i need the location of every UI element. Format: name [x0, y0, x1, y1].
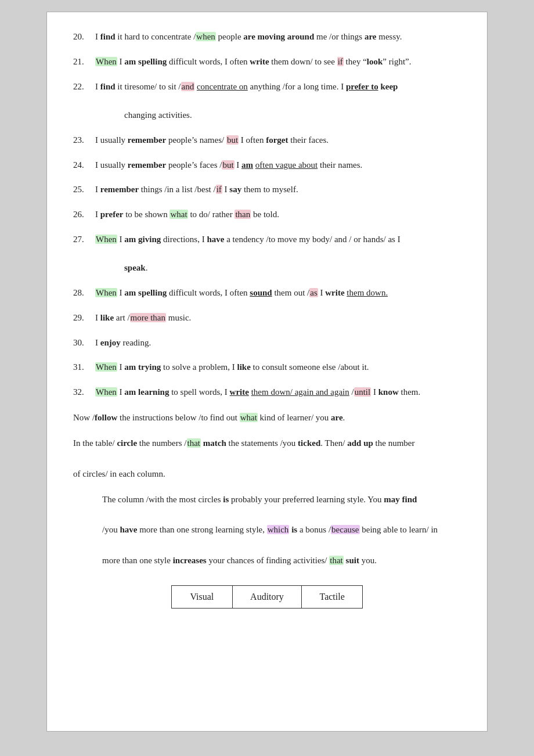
bold-giving-27: am giving — [124, 235, 161, 244]
item-23: 23. I usually remember people’s names/ b… — [73, 133, 461, 147]
bold-find-20: find — [100, 32, 116, 41]
bold-circle: circle — [117, 438, 137, 448]
bold-like-31: like — [237, 362, 250, 372]
bold-underline-write-32: write — [230, 387, 249, 397]
bold-say-25: say — [229, 185, 241, 194]
bold-keep-22: keep — [380, 82, 398, 91]
bold-write-28: write — [325, 288, 344, 297]
bold-is-para3: is — [223, 495, 229, 504]
item-27: 27. When I am giving directions, I have … — [73, 232, 461, 275]
highlight-morethan-29: more than — [130, 313, 166, 322]
bold-spelling-21: am spelling — [124, 57, 167, 66]
highlight-if-25: if — [216, 185, 222, 194]
bold-enjoy-30: enjoy — [100, 338, 121, 347]
paragraph-3: The column /with the most circles is pro… — [73, 492, 461, 568]
item-number-23: 23. — [73, 133, 95, 147]
bold-follow: follow — [95, 413, 117, 422]
bold-increases: increases — [173, 556, 207, 565]
item-number-25: 25. — [73, 182, 95, 197]
item-28: 28. When I am spelling difficult words, … — [73, 286, 461, 300]
bold-suit: suit — [346, 556, 359, 565]
item-22: 22. I find it tiresome/ to sit /and conc… — [73, 80, 461, 123]
item-text-23: I usually remember people’s names/ but I… — [95, 133, 461, 147]
highlight-when-27: When — [95, 235, 117, 244]
highlight-when-31: When — [95, 362, 117, 372]
highlight-that-para3: that — [329, 556, 344, 565]
item-26: 26. I prefer to be shown what to do/ rat… — [73, 207, 461, 222]
highlight-that-para2: that — [187, 438, 201, 448]
item-number-31: 31. — [73, 360, 95, 375]
item-text-27: When I am giving directions, I have a te… — [95, 232, 461, 275]
bold-spelling-28: am spelling — [124, 288, 167, 297]
item-number-29: 29. — [73, 311, 95, 325]
item-25: 25. I remember things /in a list /best /… — [73, 182, 461, 197]
highlight-but-24: but — [222, 160, 234, 170]
highlight-when-28: When — [95, 288, 117, 297]
indent-text-22: changing activities. — [95, 108, 461, 123]
bold-trying-31: am trying — [124, 362, 161, 372]
bold-underline-sound-28: sound — [250, 288, 272, 297]
highlight-because: because — [331, 525, 359, 534]
highlight-but-23: but — [226, 135, 239, 145]
highlight-if-21: if — [337, 57, 344, 66]
item-number-30: 30. — [73, 336, 95, 350]
bold-prefer-26: prefer — [100, 210, 124, 219]
paragraph-2: In the table/ circle the numbers /that m… — [73, 435, 461, 481]
bold-are-para: are — [331, 413, 343, 422]
item-21: 21. When I am spelling difficult words, … — [73, 55, 461, 69]
table-cell-auditory: Auditory — [232, 586, 302, 609]
item-32: 32. When I am learning to spell words, I… — [73, 385, 461, 399]
item-text-25: I remember things /in a list /best /if I… — [95, 182, 461, 197]
underline-concentrate-22: concentrate on — [197, 82, 248, 91]
highlight-when-21: When — [95, 57, 117, 66]
page: 20. I find it hard to concentrate /when … — [46, 12, 488, 732]
bold-ticked: ticked — [298, 438, 320, 448]
bold-have-para3: have — [120, 525, 137, 534]
bold-forget-23: forget — [266, 135, 288, 145]
item-29: 29. I like art /more than music. — [73, 311, 461, 325]
bold-learning-32: am learning — [124, 387, 169, 397]
bold-are-20: are — [365, 32, 377, 41]
paragraph-1: Now /follow the instructions below /to f… — [73, 410, 461, 425]
bold-like-29: like — [100, 313, 114, 322]
item-number-24: 24. — [73, 158, 95, 172]
highlight-until-32: until — [354, 387, 371, 397]
highlight-what-26: what — [169, 210, 187, 219]
table-cell-visual: Visual — [172, 586, 233, 609]
item-text-30: I enjoy reading. — [95, 336, 461, 350]
item-text-20: I find it hard to concentrate /when peop… — [95, 30, 461, 44]
table-container: Visual Auditory Tactile — [73, 585, 461, 609]
highlight-than-26: than — [234, 210, 251, 219]
item-text-21: When I am spelling difficult words, I of… — [95, 55, 461, 69]
bold-remember-24: remember — [128, 160, 166, 170]
item-text-24: I usually remember people’s faces /but I… — [95, 158, 461, 172]
item-number-27: 27. — [73, 232, 95, 275]
bold-find-22: find — [100, 82, 116, 91]
learning-style-table: Visual Auditory Tactile — [171, 585, 363, 609]
indent-speak-27: speak. — [95, 261, 461, 275]
item-31: 31. When I am trying to solve a problem,… — [73, 360, 461, 375]
item-number-20: 20. — [73, 30, 95, 44]
item-24: 24. I usually remember people’s faces /b… — [73, 158, 461, 172]
bold-underline-am-24: am — [241, 160, 253, 170]
item-30: 30. I enjoy reading. — [73, 336, 461, 350]
bold-have-27: have — [207, 235, 224, 244]
highlight-when-32: When — [95, 387, 117, 397]
item-number-28: 28. — [73, 286, 95, 300]
bold-addup: add up — [347, 438, 373, 448]
item-text-28: When I am spelling difficult words, I of… — [95, 286, 461, 300]
item-number-22: 22. — [73, 80, 95, 123]
bold-look-21: look — [367, 57, 383, 66]
item-text-22: I find it tiresome/ to sit /and concentr… — [95, 80, 461, 123]
table-cell-tactile: Tactile — [302, 586, 363, 609]
bold-match: match — [203, 438, 226, 448]
bold-mayfind: may find — [384, 495, 417, 504]
highlight-what-para: what — [240, 413, 258, 422]
bold-remember-23: remember — [128, 135, 166, 145]
item-number-26: 26. — [73, 207, 95, 222]
item-20: 20. I find it hard to concentrate /when … — [73, 30, 461, 44]
highlight-which: which — [267, 525, 290, 534]
item-text-31: When I am trying to solve a problem, I l… — [95, 360, 461, 375]
underline-them-28: them down. — [347, 288, 388, 297]
bold-is2-para3: is — [291, 525, 297, 534]
